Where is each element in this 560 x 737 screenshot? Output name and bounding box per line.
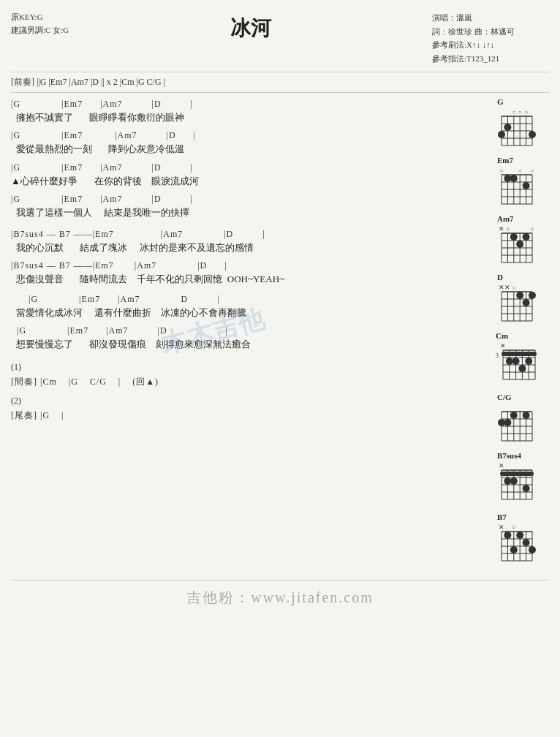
svg-text:○: ○	[506, 226, 510, 233]
svg-point-45	[510, 233, 518, 241]
svg-text:○: ○	[512, 109, 515, 116]
lyric-line-3: ▲心碎什麼好爭 在你的背後 眼淚流成河	[11, 174, 477, 189]
svg-text:✕: ✕	[504, 284, 510, 291]
chord-CG: C/G	[496, 393, 537, 445]
lyrics-area: |G |Em7 |Am7 |D | 擁抱不誠實了 眼睜睜看你敷衍的眼神 |G |…	[11, 97, 477, 565]
svg-text:○: ○	[518, 167, 522, 174]
header-area: 原KEY:G 建議男調:C 女:G 冰河 演唱：溫嵐 詞：徐世珍 曲：林邁可 參…	[11, 11, 549, 66]
svg-point-81	[506, 358, 513, 365]
header-right: 演唱：溫嵐 詞：徐世珍 曲：林邁可 參考刷法:X↑↓ ↓↑↓ 參考指法:T123…	[432, 11, 549, 66]
footer-text: 吉他粉：www.jitafen.com	[11, 588, 549, 608]
svg-text:✕: ✕	[499, 462, 504, 469]
section-4: |G |Em7 |Am7 |D | 我選了這樣一個人 結束是我唯一的抉擇	[11, 192, 477, 220]
chord-B7sus4-diagram: ✕	[496, 461, 537, 507]
svg-text:✕: ✕	[499, 225, 504, 233]
svg-point-30	[523, 182, 530, 189]
chord-D-diagram: ✕ ✕ ○	[496, 283, 537, 325]
page: 原KEY:G 建議男調:C 女:G 冰河 演唱：溫嵐 詞：徐世珍 曲：林邁可 參…	[0, 0, 560, 737]
chord-CG-diagram	[496, 403, 537, 445]
suggestion: 建議男調:C 女:G	[11, 24, 69, 37]
chord-Em7-diagram: ○ ○ ○	[496, 166, 537, 208]
svg-point-11	[498, 131, 505, 138]
chord-D: D ✕ ✕	[496, 273, 537, 325]
section-number-2: (2)	[11, 394, 477, 407]
chord-Em7: Em7 ○	[496, 156, 537, 208]
chord-line-6: |B7sus4 — B7 ——|Em7 |Am7 |D |	[11, 259, 477, 272]
chord-line-5: |B7sus4 — B7 ——|Em7 |Am7 |D |	[11, 227, 477, 241]
svg-text:○: ○	[518, 109, 522, 116]
svg-text:○: ○	[500, 167, 504, 174]
interlude-2-content: [尾奏] |G |	[11, 409, 477, 422]
svg-point-115	[523, 485, 530, 492]
main-content: |G |Em7 |Am7 |D | 擁抱不誠實了 眼睜睜看你敷衍的眼神 |G |…	[11, 97, 549, 565]
lyricist: 詞：徐世珍 曲：林邁可	[432, 25, 549, 39]
lyric-line-5: 我的心沉默 結成了塊冰 冰封的是來不及遺忘的感情	[11, 241, 477, 255]
lyric-line-7: 當愛情化成冰河 還有什麼曲折 冰凍的心不會再翻騰	[11, 306, 477, 320]
svg-point-83	[518, 365, 526, 372]
svg-point-46	[523, 233, 530, 241]
chord-B7-diagram: ✕ ○	[496, 523, 537, 565]
chord-Am7: Am7 ✕	[496, 214, 537, 267]
chord-diagrams: G	[483, 97, 549, 565]
chord-line-7: |G |Em7 |Am7 D |	[11, 292, 477, 306]
svg-point-114	[510, 477, 518, 485]
section-1: |G |Em7 |Am7 |D | 擁抱不誠實了 眼睜睜看你敷衍的眼神	[11, 97, 477, 125]
svg-point-47	[516, 241, 523, 248]
chord-line-3: |G |Em7 |Am7 |D |	[11, 161, 477, 174]
chord-Am7-diagram: ✕ ○ ○	[496, 224, 537, 267]
lyric-line-4: 我選了這樣一個人 結束是我唯一的抉擇	[11, 205, 477, 220]
svg-point-63	[523, 299, 530, 306]
section-number-1: (1)	[11, 360, 477, 374]
svg-point-98	[504, 419, 511, 426]
song-title: 冰河	[69, 15, 432, 66]
svg-text:○: ○	[531, 226, 534, 233]
svg-point-29	[510, 175, 518, 182]
svg-text:○: ○	[512, 524, 515, 531]
chord-line-1: |G |Em7 |Am7 |D |	[11, 97, 477, 110]
svg-point-128	[504, 532, 511, 539]
svg-text:3: 3	[496, 352, 499, 359]
svg-point-100	[523, 412, 530, 419]
chord-line-4: |G |Em7 |Am7 |D |	[11, 192, 477, 205]
lyric-line-8: 想要慢慢忘了 卻沒發現傷痕 刻得愈來愈深無法癒合	[11, 337, 477, 352]
header-left: 原KEY:G 建議男調:C 女:G	[11, 11, 69, 66]
prelude-line: [前奏] ||G |Em7 |Am7 |D || x 2 |Cm |G C/G …	[11, 72, 549, 93]
chord-line-8: |G |Em7 |Am7 |D |	[11, 324, 477, 337]
chord-Cm-diagram: 3	[494, 341, 538, 387]
svg-point-130	[516, 532, 523, 539]
svg-point-129	[510, 546, 518, 553]
section-8: |G |Em7 |Am7 |D | 想要慢慢忘了 卻沒發現傷痕 刻得愈來愈深無法…	[11, 324, 477, 352]
svg-text:✕: ✕	[500, 342, 506, 349]
interlude-1-content: [間奏] |Cm |G C/G | (回▲)	[11, 375, 477, 388]
svg-point-12	[504, 124, 511, 131]
lyric-line-6: 悲傷沒聲音 隨時間流去 千年不化的只剩回憶 OOH~YEAH~	[11, 272, 477, 287]
svg-text:✕: ✕	[499, 284, 504, 291]
footer: 吉他粉：www.jitafen.com	[11, 580, 549, 608]
svg-point-13	[529, 131, 536, 138]
section-7: |G |Em7 |Am7 D | 當愛情化成冰河 還有什麼曲折 冰凍的心不會再翻…	[11, 292, 477, 320]
singer: 演唱：溫嵐	[432, 11, 549, 25]
fingering: 參考指法:T123_121	[432, 52, 549, 66]
svg-point-132	[529, 546, 536, 553]
strumming: 參考刷法:X↑↓ ↓↑↓	[432, 38, 549, 52]
svg-point-82	[512, 358, 520, 365]
original-key: 原KEY:G	[11, 11, 69, 24]
section-3: |G |Em7 |Am7 |D | ▲心碎什麼好爭 在你的背後 眼淚流成河	[11, 161, 477, 189]
chord-B7: B7	[496, 513, 537, 565]
section-5: |B7sus4 — B7 ——|Em7 |Am7 |D | 我的心沉默 結成了塊…	[11, 227, 477, 255]
svg-point-131	[523, 539, 530, 546]
svg-rect-112	[500, 472, 534, 476]
svg-text:○: ○	[512, 284, 515, 291]
chord-line-2: |G |Em7 |Am7 |D |	[11, 129, 477, 142]
chord-G-diagram: ○ ○ ○	[496, 107, 537, 150]
svg-text:○: ○	[524, 109, 528, 116]
section-2: |G |Em7 |Am7 |D | 愛從最熱烈的一刻 降到心灰意冷低溫	[11, 129, 477, 156]
lyric-line-2: 愛從最熱烈的一刻 降到心灰意冷低溫	[11, 142, 477, 156]
svg-point-64	[529, 292, 536, 299]
svg-rect-80	[502, 352, 537, 356]
chord-B7sus4: B7sus4	[496, 451, 537, 507]
lyric-line-1: 擁抱不誠實了 眼睜睜看你敷衍的眼神	[11, 110, 477, 125]
svg-text:✕: ✕	[499, 524, 504, 531]
svg-text:○: ○	[531, 167, 534, 174]
svg-point-62	[516, 292, 523, 299]
